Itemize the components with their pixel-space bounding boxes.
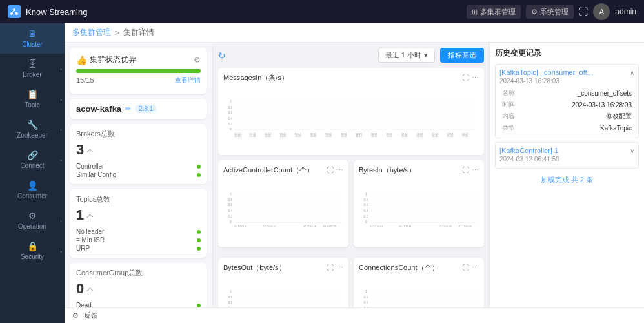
broker-config-label: Similar Config — [76, 171, 116, 178]
svg-text:0: 0 — [365, 220, 367, 224]
connections-more-icon[interactable]: ⋯ — [472, 264, 479, 272]
brokers-count-row: 3 个 — [76, 141, 201, 158]
bytesout-expand-icon[interactable]: ⛶ — [327, 264, 334, 272]
sidebar-item-security[interactable]: 🔒 Security › — [0, 236, 65, 266]
sidebar-item-zookeeper[interactable]: 🔧 Zookeeper › — [0, 114, 65, 145]
svg-text:1: 1 — [365, 290, 367, 293]
svg-text:1: 1 — [230, 100, 232, 103]
footer-settings-icon[interactable]: ⚙ — [72, 311, 79, 320]
health-status: 👍 集群状态优异 — [76, 54, 136, 65]
topics-minisr-dot — [197, 238, 201, 242]
breadcrumb-cluster-mgmt[interactable]: 多集群管理 — [72, 27, 111, 38]
svg-text:17:30: 17:30 — [462, 135, 468, 138]
footer-feedback[interactable]: 反馈 — [84, 311, 98, 320]
bytesin-more-icon[interactable]: ⋯ — [472, 166, 479, 174]
topics-row-minisr: = Min ISR — [76, 236, 201, 244]
broker-controller-dot — [197, 165, 201, 169]
security-icon: 🔒 — [27, 241, 38, 251]
history-item-2-expand[interactable]: ∨ — [630, 147, 634, 154]
load-more-button[interactable]: 加载完成 共 2 条 — [495, 172, 639, 187]
ac-expand-icon[interactable]: ⛶ — [327, 166, 334, 174]
topics-items: No leader = Min ISR URP — [76, 227, 201, 253]
bytesin-expand-icon[interactable]: ⛶ — [462, 166, 469, 174]
sidebar-label-topic: Topic — [25, 101, 39, 109]
history-val-type: KafkaTopic — [522, 122, 634, 134]
svg-text:0.8: 0.8 — [228, 296, 232, 299]
svg-text:0.4: 0.4 — [228, 117, 232, 120]
security-arrow-icon: › — [60, 248, 62, 254]
time-range-label: 最近 1 小时 — [385, 50, 421, 60]
charts-grid: ActiveControllerCount（个） ⛶ ⋯ 1 — [218, 160, 484, 307]
active-controller-actions: ⛶ ⋯ — [327, 166, 343, 174]
svg-text:1: 1 — [230, 290, 232, 293]
refresh-icon[interactable]: ↻ — [218, 50, 226, 61]
breadcrumb-detail: 集群详情 — [123, 27, 154, 38]
messages-expand-icon[interactable]: ⛶ — [462, 74, 469, 82]
cluster-mgmt-icon: ⊞ — [472, 8, 478, 16]
sidebar-item-connect[interactable]: 🔗 Connect › — [0, 145, 65, 175]
bytesout-actions: ⛶ ⋯ — [327, 264, 343, 272]
history-row-type: 类型 KafkaTopic — [499, 122, 634, 134]
consumer-unit: 个 — [86, 287, 94, 295]
history-item-2-name[interactable]: [KafkaController] 1 — [499, 147, 558, 154]
health-detail-link[interactable]: 查看详情 — [175, 76, 201, 85]
time-range-button[interactable]: 最近 1 小时 ▾ — [378, 48, 435, 63]
svg-text:0.4: 0.4 — [228, 209, 232, 213]
broker-icon: 🗄 — [28, 59, 37, 69]
svg-text:0.2: 0.2 — [228, 123, 232, 126]
avatar[interactable]: A — [593, 3, 610, 20]
svg-text:0.6: 0.6 — [228, 203, 232, 207]
sidebar-item-operation[interactable]: ⚙ Operation › — [0, 205, 65, 236]
connect-arrow-icon: › — [60, 157, 62, 163]
gear-icon[interactable]: ⚙ — [194, 56, 201, 65]
admin-label: admin — [615, 7, 636, 16]
sidebar-item-broker[interactable]: 🗄 Broker › — [0, 54, 65, 84]
svg-text:16:04: 16:04 — [310, 135, 316, 138]
consumer-count-row: 0 个 — [76, 280, 201, 297]
connections-expand-icon[interactable]: ⛶ — [462, 264, 469, 272]
consumer-dead-label: Dead — [76, 302, 92, 307]
ac-more-icon[interactable]: ⋯ — [336, 166, 343, 174]
consumer-row-dead: Dead — [76, 301, 201, 307]
topics-unit: 个 — [86, 213, 94, 221]
cluster-name: acow-kafka — [76, 104, 121, 114]
topic-arrow-icon: › — [60, 96, 62, 102]
topics-title: Topics总数 — [76, 194, 201, 204]
svg-text:03-13 16:28: 03-13 16:28 — [439, 225, 452, 228]
right-panel: ↻ 最近 1 小时 ▾ 指标筛选 — [213, 43, 644, 307]
topics-count: 1 — [76, 207, 84, 223]
topics-row-noleader: No leader — [76, 227, 201, 236]
brokers-card: Brokers总数 3 个 Controller Similar Config — [70, 124, 207, 184]
connections-chart-area: 1 0.8 0.6 0.4 0.2 0 — [359, 275, 479, 307]
consumer-dead-dot — [197, 304, 201, 307]
filter-button[interactable]: 指标筛选 — [440, 48, 484, 63]
fullscreen-icon[interactable]: ⛶ — [579, 6, 588, 17]
bytesin-title: BytesIn（byte/s） ⛶ ⋯ — [359, 165, 479, 175]
topics-count-row: 1 个 — [76, 207, 201, 224]
history-item-1-name[interactable]: [KafkaTopic] _consumer_off... — [499, 68, 593, 76]
svg-text:0.8: 0.8 — [228, 106, 232, 109]
content: 多集群管理 > 集群详情 👍 集群状态优异 ⚙ — [65, 23, 644, 323]
history-item-1-expand[interactable]: ∧ — [630, 69, 634, 76]
svg-text:1: 1 — [365, 193, 367, 196]
health-progress-text: 15/15 — [76, 76, 94, 84]
connections-card: ConnectionsCount（个） ⛶ ⋯ 1 0.8 — [354, 258, 484, 307]
bytesout-card: BytesOut（byte/s） ⛶ ⋯ 1 0.8 — [218, 258, 348, 307]
sidebar-item-consumer[interactable]: 👤 Consumer — [0, 175, 65, 205]
zookeeper-icon: 🔧 — [27, 120, 38, 130]
system-mgmt-button[interactable]: ⚙ 系统管理 — [526, 5, 574, 19]
sidebar-item-cluster[interactable]: 🖥 Cluster — [0, 23, 65, 54]
topbar-left: Know Streaming — [8, 5, 87, 18]
cluster-mgmt-button[interactable]: ⊞ 多集群管理 — [467, 5, 521, 19]
consumer-count: 0 — [76, 280, 84, 297]
messages-more-icon[interactable]: ⋯ — [472, 74, 479, 82]
sidebar-item-topic[interactable]: 📋 Topic › — [0, 84, 65, 114]
edit-icon[interactable]: ✏ — [125, 105, 131, 113]
messages-chart-title-text: MessagesIn（条/s） — [223, 73, 288, 83]
bytesout-title-text: BytesOut（byte/s） — [223, 263, 286, 273]
bytesout-more-icon[interactable]: ⋯ — [336, 264, 343, 272]
consumer-card: ConsumerGroup总数 0 个 Dead — [70, 263, 207, 307]
svg-text:0.6: 0.6 — [228, 111, 232, 114]
svg-text:16:24: 16:24 — [386, 135, 392, 138]
topics-urp-dot — [197, 247, 201, 251]
